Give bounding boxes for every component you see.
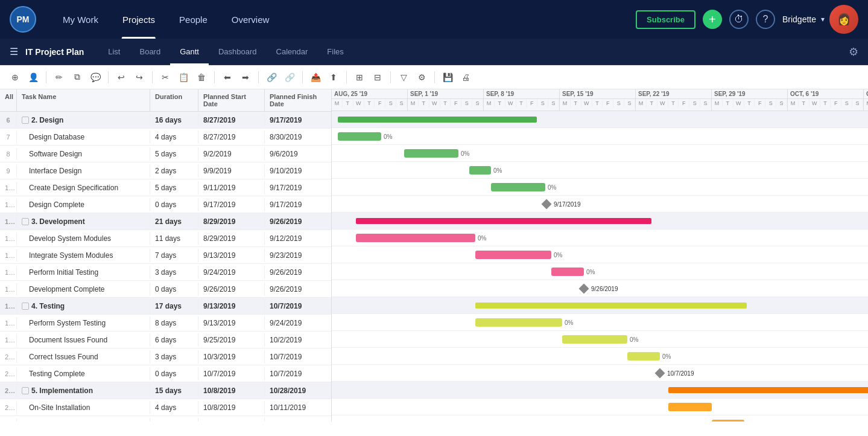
bar-percentage: 0% [565, 319, 868, 325]
gantt-bar [338, 132, 381, 141]
table-row[interactable]: 13Develop System Modules11 days8/29/2019… [0, 230, 331, 247]
gantt-day: W [657, 99, 668, 107]
outdent-button[interactable]: ⬅ [220, 69, 235, 85]
row-duration: 0 days [150, 283, 198, 296]
columns-button[interactable]: ⚙ [414, 69, 429, 85]
help-button[interactable]: ? [756, 10, 775, 29]
row-task-name: Develop System Modules [17, 232, 150, 245]
th-all[interactable]: All [0, 89, 17, 111]
tab-dashboard[interactable]: Dashboard [209, 39, 267, 65]
nav-people[interactable]: People [167, 0, 220, 39]
table-row[interactable]: 18Perform System Testing8 days9/13/20199… [0, 315, 331, 332]
row-task-name: Perform Initial Testing [17, 266, 150, 279]
gantt-day: T [668, 99, 679, 107]
cut-button[interactable]: ✂ [157, 69, 173, 85]
edit-button[interactable]: ✏ [51, 69, 67, 85]
indent-button[interactable]: ➡ [238, 69, 253, 85]
row-start-date: 10/8/2019 [198, 401, 265, 414]
tab-board[interactable]: Board [130, 39, 170, 65]
table-row[interactable]: 21Testing Complete0 days10/7/201910/7/20… [0, 365, 331, 382]
nav-my-work[interactable]: My Work [51, 0, 110, 39]
row-task-name: Design Complete [17, 198, 150, 211]
filter-button[interactable]: ▽ [396, 69, 411, 85]
th-task-name: Task Name [17, 89, 150, 111]
unlink-button[interactable]: 🔗 [282, 69, 297, 85]
add-button[interactable]: + [703, 10, 722, 29]
nav-overview[interactable]: Overview [220, 0, 282, 39]
table-row[interactable]: 62. Design16 days8/27/20199/17/2019 [0, 112, 331, 129]
delete-button[interactable]: 🗑 [194, 69, 209, 85]
comment-button[interactable]: 💬 [87, 69, 103, 85]
table-row[interactable]: 15Perform Initial Testing3 days9/24/2019… [0, 264, 331, 281]
gantt-day: W [429, 99, 440, 107]
table-row[interactable]: 123. Development21 days8/29/20199/26/201… [0, 213, 331, 230]
undo-button[interactable]: ↩ [113, 69, 129, 85]
print-button[interactable]: 🖨 [458, 69, 474, 85]
redo-button[interactable]: ↪ [131, 69, 147, 85]
settings-icon[interactable]: ⚙ [849, 45, 858, 59]
gantt-day: S [472, 99, 483, 107]
row-number: 15 [0, 266, 17, 278]
gantt-bar [469, 166, 491, 175]
th-duration: Duration [150, 89, 198, 111]
tab-list[interactable]: List [98, 39, 130, 65]
row-start-date: 10/7/2019 [198, 367, 265, 380]
person-button[interactable]: 👤 [25, 69, 41, 85]
nav-projects[interactable]: Projects [110, 0, 167, 39]
gantt-day: T [647, 99, 657, 107]
table-row[interactable]: 23On-Site Installation4 days10/8/201910/… [0, 399, 331, 416]
gantt-day: W [581, 99, 592, 107]
table-row[interactable]: 24Setup Database3 days10/14/201910/16/20… [0, 416, 331, 422]
gantt-area[interactable]: AUG, 25 '19MTWTFSSSEP, 1 '19MTWTFSSSEP, … [332, 89, 868, 422]
checkbox[interactable] [22, 218, 29, 225]
tab-gantt[interactable]: Gantt [170, 39, 209, 65]
hamburger-icon[interactable]: ☰ [10, 46, 18, 57]
tab-files[interactable]: Files [317, 39, 353, 65]
export-button[interactable]: 📤 [308, 69, 323, 85]
timer-button[interactable]: ⏱ [729, 10, 749, 29]
export2-button[interactable]: ⬆ [326, 69, 341, 85]
row-number: 9 [0, 165, 17, 177]
paste-button[interactable]: 📋 [176, 69, 191, 85]
table-row[interactable]: 14Integrate System Modules7 days9/13/201… [0, 247, 331, 264]
grid-view-button[interactable]: ⊞ [352, 69, 367, 85]
checkbox[interactable] [22, 303, 29, 310]
row-task-name: Testing Complete [17, 367, 150, 380]
subscribe-button[interactable]: Subscribe [636, 10, 695, 29]
checkbox[interactable] [22, 117, 29, 124]
gantt-day: F [375, 99, 385, 107]
add-task-button[interactable]: ⊕ [7, 69, 23, 85]
row-number: 10 [0, 182, 17, 194]
bar-percentage: 0% [384, 133, 868, 139]
table-row[interactable]: 16Development Complete0 days9/26/20199/2… [0, 281, 331, 298]
table-row[interactable]: 9Interface Design2 days9/9/20199/10/2019 [0, 162, 331, 179]
main-content: All Task Name Duration Planned Start Dat… [0, 89, 868, 422]
link-button[interactable]: 🔗 [264, 69, 279, 85]
table-view-button[interactable]: ⊟ [370, 69, 385, 85]
table-row[interactable]: 10Create Design Specification5 days9/11/… [0, 179, 331, 196]
row-task-name: 3. Development [17, 215, 150, 228]
gantt-row: 0% [332, 331, 868, 348]
copy-button[interactable]: ⧉ [69, 69, 85, 85]
save-button[interactable]: 💾 [440, 69, 455, 85]
table-row[interactable]: 7Design Database4 days8/27/20198/30/2019 [0, 129, 331, 146]
table-row[interactable]: 20Correct Issues Found3 days10/3/201910/… [0, 348, 331, 365]
table-row[interactable]: 8Software Design5 days9/2/20199/6/2019 [0, 146, 331, 162]
checkbox[interactable] [22, 387, 29, 394]
gantt-bar [404, 149, 458, 158]
separator-1 [46, 71, 46, 83]
row-duration: 4 days [150, 130, 198, 144]
user-area[interactable]: Bridgette ▾ 👩 [782, 5, 858, 34]
table-row[interactable]: 174. Testing17 days9/13/201910/7/2019 [0, 298, 331, 315]
gantt-day: S [385, 99, 396, 107]
tab-calendar[interactable]: Calendar [267, 39, 318, 65]
table-row[interactable]: 225. Implementation15 days10/8/201910/28… [0, 382, 331, 399]
row-start-date: 10/14/2019 [198, 418, 265, 422]
table-row[interactable]: 19Document Issues Found6 days9/25/201910… [0, 332, 331, 348]
gantt-week: SEP, 8 '19MTWTFSS [484, 89, 560, 111]
gantt-week-label: SEP, 15 '19 [560, 89, 635, 99]
table-row[interactable]: 11Design Complete0 days9/17/20199/17/201… [0, 196, 331, 213]
separator-8 [390, 71, 391, 83]
row-start-date: 8/29/2019 [198, 232, 265, 245]
logo[interactable]: PM [10, 6, 36, 33]
